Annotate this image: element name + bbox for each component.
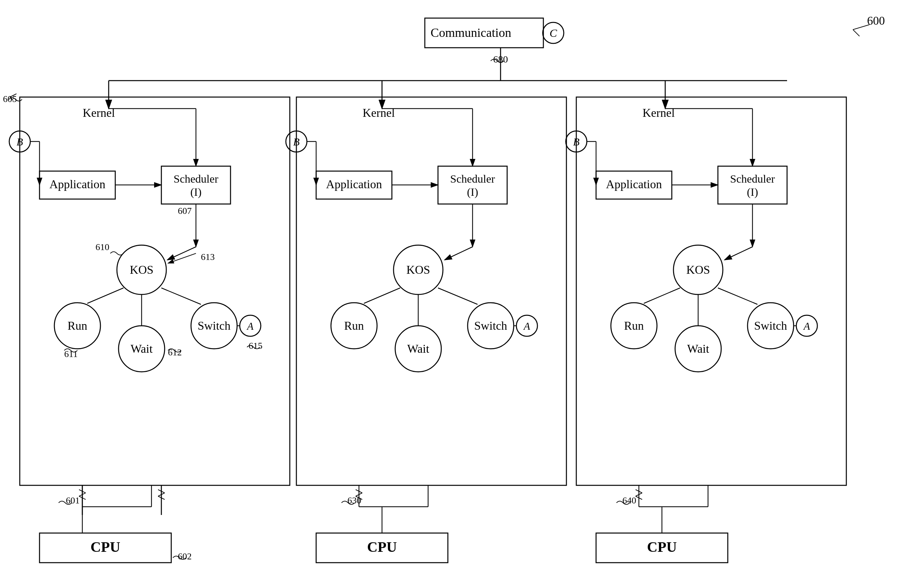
left-app-label: Application — [49, 178, 105, 191]
svg-line-3 — [853, 30, 859, 36]
right-scheduler-sub: (I) — [747, 186, 758, 198]
ref-607: 607 — [178, 206, 192, 216]
svg-line-35 — [438, 288, 477, 304]
svg-line-33 — [364, 288, 400, 303]
middle-scheduler-label: Scheduler — [450, 173, 495, 185]
svg-line-17 — [87, 288, 123, 303]
svg-line-32 — [444, 247, 472, 260]
communication-label: Communication — [431, 26, 511, 39]
left-scheduler-box — [161, 166, 231, 204]
left-cpu-label: CPU — [90, 539, 120, 555]
right-scheduler-label: Scheduler — [730, 173, 775, 185]
left-scheduler-label: Scheduler — [173, 173, 219, 185]
right-cpu-label: CPU — [647, 539, 677, 555]
ref-602: 602 — [178, 551, 192, 562]
left-b-label: B — [16, 136, 23, 148]
middle-scheduler-sub: (I) — [467, 186, 478, 198]
left-run-label: Run — [67, 319, 87, 332]
right-scheduler-box — [718, 166, 787, 204]
svg-line-48 — [644, 288, 680, 303]
ref-601: 601 — [66, 495, 80, 506]
svg-line-19 — [161, 288, 201, 304]
svg-line-15 — [167, 247, 196, 260]
left-kos-label: KOS — [130, 263, 153, 276]
middle-kos-label: KOS — [406, 263, 430, 276]
svg-line-47 — [725, 247, 753, 260]
figure-number: 600 — [867, 14, 885, 27]
right-run-label: Run — [624, 319, 644, 332]
svg-line-16 — [168, 254, 196, 263]
right-b-label: B — [573, 136, 580, 148]
middle-switch-label: Switch — [474, 319, 507, 332]
left-a-label: A — [246, 320, 254, 332]
svg-line-50 — [718, 288, 758, 304]
left-wait-label: Wait — [130, 342, 153, 355]
middle-wait-label: Wait — [407, 342, 429, 355]
ref-610: 610 — [95, 242, 109, 252]
middle-run-label: Run — [344, 319, 364, 332]
diagram: 600 Communication C 680 Kernel B 605 App… — [0, 0, 901, 588]
right-a-label: A — [803, 320, 810, 332]
c-label: C — [550, 27, 557, 39]
middle-a-label: A — [523, 320, 530, 332]
middle-b-label: B — [293, 136, 300, 148]
right-kos-label: KOS — [686, 263, 710, 276]
main-svg: 600 Communication C 680 Kernel B 605 App… — [0, 0, 901, 588]
middle-scheduler-box — [438, 166, 507, 204]
left-switch-label: Switch — [198, 319, 231, 332]
left-scheduler-sub: (I) — [190, 186, 201, 198]
right-switch-label: Switch — [754, 319, 787, 332]
middle-cpu-label: CPU — [367, 539, 397, 555]
right-wait-label: Wait — [687, 342, 709, 355]
middle-app-label: Application — [326, 178, 382, 191]
ref-613: 613 — [201, 252, 215, 262]
right-app-label: Application — [606, 178, 662, 191]
